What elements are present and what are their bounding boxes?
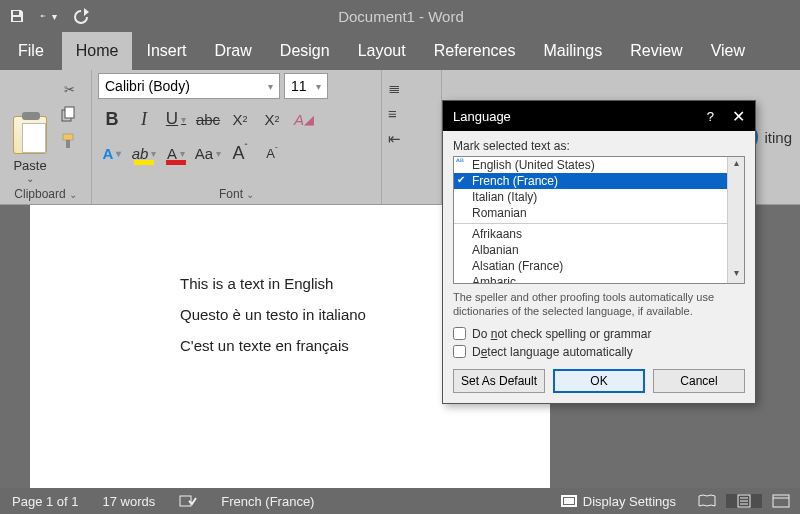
svg-rect-5: [66, 140, 70, 148]
change-case-button[interactable]: Aa▾: [194, 139, 222, 167]
tab-design[interactable]: Design: [266, 32, 344, 70]
tab-file[interactable]: File: [0, 32, 62, 70]
app-title: Document1 - Word: [90, 8, 712, 25]
detect-lang-label[interactable]: Detect language automatically: [472, 345, 633, 359]
tab-insert[interactable]: Insert: [132, 32, 200, 70]
svg-rect-3: [65, 107, 74, 118]
font-size-select[interactable]: 11▾: [284, 73, 328, 99]
tab-mailings[interactable]: Mailings: [530, 32, 617, 70]
underline-button[interactable]: U▾: [162, 105, 190, 133]
language-option[interactable]: Amharic: [454, 274, 744, 284]
svg-rect-11: [773, 495, 789, 507]
dialog-hint: The speller and other proofing tools aut…: [453, 290, 745, 319]
scroll-down-icon[interactable]: ▾: [728, 267, 744, 283]
close-icon[interactable]: ✕: [732, 107, 745, 126]
no-spell-label[interactable]: Do not check spelling or grammar: [472, 327, 651, 341]
cut-icon[interactable]: ✂: [58, 79, 80, 99]
undo-icon[interactable]: ▾: [40, 7, 58, 25]
language-option[interactable]: English (United States): [454, 157, 744, 173]
quick-access-toolbar: ▾: [8, 7, 90, 25]
indent-icon[interactable]: ⇤: [388, 130, 401, 148]
paste-icon: [13, 116, 47, 154]
bold-button[interactable]: B: [98, 105, 126, 133]
ribbon-tabs: File Home Insert Draw Design Layout Refe…: [0, 32, 800, 70]
tab-draw[interactable]: Draw: [200, 32, 265, 70]
no-spell-checkbox[interactable]: [453, 327, 466, 340]
status-proof-icon[interactable]: [167, 494, 209, 508]
status-page[interactable]: Page 1 of 1: [0, 494, 91, 509]
group-label-clipboard: Clipboard: [6, 184, 85, 204]
font-color-button[interactable]: A▾: [162, 139, 190, 167]
clear-format-button[interactable]: A◢: [290, 105, 318, 133]
language-option[interactable]: Afrikaans: [454, 226, 744, 242]
text-effects-button[interactable]: A▾: [98, 139, 126, 167]
language-option[interactable]: Italian (Italy): [454, 189, 744, 205]
svg-rect-0: [13, 11, 19, 15]
tab-view[interactable]: View: [697, 32, 759, 70]
language-listbox[interactable]: English (United States)French (France)It…: [453, 156, 745, 284]
group-clipboard: Paste ⌄ ✂ Clipboard: [0, 70, 92, 204]
italic-button[interactable]: I: [130, 105, 158, 133]
ok-button[interactable]: OK: [553, 369, 645, 393]
status-words[interactable]: 17 words: [91, 494, 168, 509]
superscript-button[interactable]: X2: [258, 105, 286, 133]
language-option[interactable]: Alsatian (France): [454, 258, 744, 274]
title-bar: ▾ Document1 - Word: [0, 0, 800, 32]
read-mode-icon[interactable]: [688, 494, 726, 508]
dialog-titlebar[interactable]: Language ? ✕: [443, 101, 755, 131]
svg-rect-1: [13, 17, 21, 21]
display-settings[interactable]: Display Settings: [549, 494, 688, 509]
group-paragraph-partial: ≣ ≡ ⇤ x: [382, 70, 442, 204]
highlight-button[interactable]: ab▾: [130, 139, 158, 167]
shrink-font-button[interactable]: Aˇ: [258, 139, 286, 167]
print-layout-icon[interactable]: [726, 494, 762, 508]
set-default-button[interactable]: Set As Default: [453, 369, 545, 393]
web-layout-icon[interactable]: [762, 494, 800, 508]
save-icon[interactable]: [8, 7, 26, 25]
detect-lang-checkbox[interactable]: [453, 345, 466, 358]
align-icon[interactable]: ≡: [388, 105, 401, 122]
scroll-up-icon[interactable]: ▴: [728, 157, 744, 173]
tab-references[interactable]: References: [420, 32, 530, 70]
copy-icon[interactable]: [58, 105, 80, 125]
tab-review[interactable]: Review: [616, 32, 696, 70]
group-label-font: Font: [98, 184, 375, 204]
help-icon[interactable]: ?: [707, 109, 714, 124]
format-painter-icon[interactable]: [58, 131, 80, 151]
status-language[interactable]: French (France): [209, 494, 326, 509]
group-font: Calibri (Body)▾ 11▾ B I U▾ abc X2 X2 A◢ …: [92, 70, 382, 204]
paste-button[interactable]: Paste ⌄: [6, 73, 54, 184]
mark-label: Mark selected text as:: [453, 139, 745, 153]
subscript-button[interactable]: X2: [226, 105, 254, 133]
tab-layout[interactable]: Layout: [344, 32, 420, 70]
redo-icon[interactable]: [72, 7, 90, 25]
bullets-icon[interactable]: ≣: [388, 79, 401, 97]
language-option[interactable]: French (France): [454, 173, 744, 189]
tab-home[interactable]: Home: [62, 32, 133, 70]
scrollbar[interactable]: ▴ ▾: [727, 157, 744, 283]
language-option[interactable]: Albanian: [454, 242, 744, 258]
grow-font-button[interactable]: Aˆ: [226, 139, 254, 167]
display-icon: [561, 495, 577, 507]
font-name-select[interactable]: Calibri (Body)▾: [98, 73, 280, 99]
svg-rect-4: [63, 134, 73, 140]
cancel-button[interactable]: Cancel: [653, 369, 745, 393]
dialog-title: Language: [453, 109, 511, 124]
editing-group-fragment: iting: [764, 129, 792, 146]
status-bar: Page 1 of 1 17 words French (France) Dis…: [0, 488, 800, 514]
strikethrough-button[interactable]: abc: [194, 105, 222, 133]
language-option[interactable]: Romanian: [454, 205, 744, 221]
language-dialog: Language ? ✕ Mark selected text as: Engl…: [442, 100, 756, 404]
